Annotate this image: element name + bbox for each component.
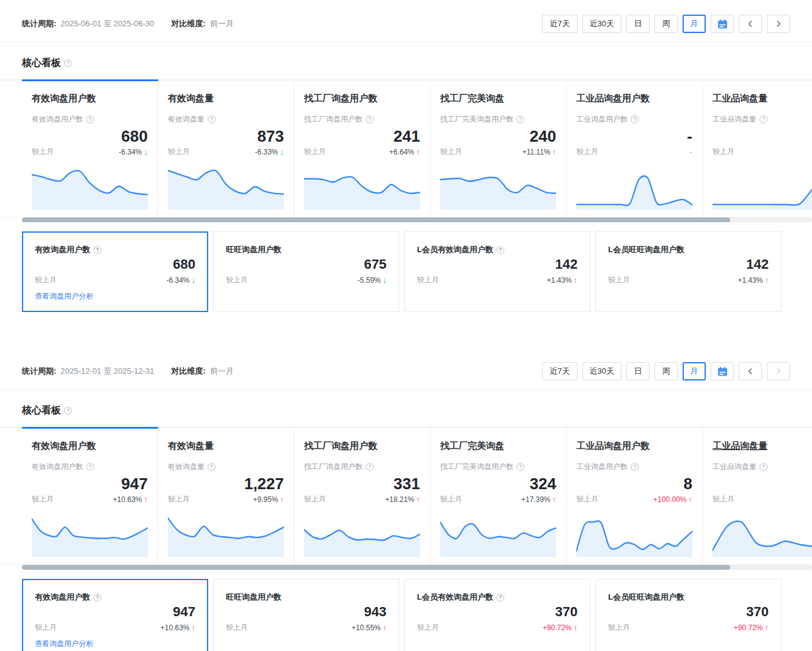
- metric-value: 241: [304, 127, 420, 145]
- metric-card[interactable]: 找工厂完美询盘 找工厂完美询盘用户数 ? 324 较上月 +17.39% ↑: [430, 427, 567, 564]
- metric-card[interactable]: 有效询盘量 有效询盘量 ? 1,227 较上月 +9.95% ↑: [158, 427, 294, 564]
- compare-row: 较上月 +6.64% ↑: [304, 147, 420, 157]
- help-icon[interactable]: ?: [208, 463, 216, 471]
- chevron-left-icon: [747, 20, 754, 27]
- range-button[interactable]: 近30天: [582, 362, 622, 380]
- help-icon[interactable]: ?: [517, 115, 524, 123]
- range-button[interactable]: 月: [683, 362, 706, 380]
- calendar-button[interactable]: [711, 15, 734, 33]
- range-button[interactable]: 月: [683, 15, 706, 33]
- summary-card[interactable]: L会员旺旺询盘用户数 370 较上月 +90.72% ↑: [595, 579, 781, 651]
- summary-title: 旺旺询盘用户数: [226, 244, 281, 255]
- summary-card[interactable]: L会员有效询盘用户数 ? 142 较上月 +1.43% ↑: [404, 231, 590, 312]
- sparkline-chart: [440, 511, 556, 557]
- sparkline-chart: [168, 511, 284, 557]
- metric-card[interactable]: 工业品询盘用户数 工业询盘用户数 ? 8 较上月 +100.00% ↑: [567, 427, 703, 564]
- help-icon[interactable]: ?: [496, 594, 504, 602]
- calendar-button[interactable]: [711, 362, 734, 380]
- help-icon[interactable]: ?: [496, 246, 504, 254]
- compare-label: 较上月: [226, 275, 248, 285]
- view-analysis-link[interactable]: 查看询盘用户分析: [35, 291, 195, 302]
- prev-period-button[interactable]: [739, 15, 762, 33]
- help-icon[interactable]: ?: [86, 463, 94, 471]
- metric-card[interactable]: 有效询盘用户数 有效询盘用户数 ? 947 较上月 +10.63% ↑: [22, 427, 158, 564]
- change-value: +10.55%: [352, 624, 381, 632]
- help-icon[interactable]: ?: [93, 594, 101, 602]
- help-icon[interactable]: ?: [759, 463, 767, 471]
- metric-title: 工业品询盘用户数: [576, 440, 692, 452]
- compare-row: 较上月 +10.63% ↑: [35, 622, 195, 633]
- summary-card[interactable]: 旺旺询盘用户数 675 较上月 -5.59% ↓: [213, 231, 399, 312]
- summary-card[interactable]: L会员旺旺询盘用户数 142 较上月 +1.43% ↑: [595, 231, 781, 312]
- compare-label: 较上月: [304, 494, 326, 504]
- metric-card[interactable]: 工业品询盘量 工业品询盘量 ? 较上月: [703, 427, 812, 564]
- help-icon[interactable]: ?: [208, 115, 216, 123]
- scrollbar-thumb[interactable]: [22, 565, 730, 570]
- summary-value: 370: [608, 604, 769, 620]
- metric-subtitle-row: 有效询盘量 ?: [168, 114, 284, 125]
- change-wrap: +6.64% ↑: [389, 147, 420, 156]
- trend-arrow-icon: ↑: [553, 495, 557, 504]
- metric-subtitle: 有效询盘量: [168, 114, 205, 125]
- metric-subtitle-row: 有效询盘用户数 ?: [32, 462, 148, 472]
- help-icon[interactable]: ?: [366, 463, 374, 471]
- next-period-button[interactable]: [767, 15, 790, 33]
- metric-card[interactable]: 工业品询盘量 工业品询盘量 ? 较上月: [703, 79, 812, 217]
- summary-card[interactable]: 旺旺询盘用户数 943 较上月 +10.55% ↑: [213, 579, 399, 651]
- metric-title: 找工厂询盘用户数: [304, 440, 420, 452]
- range-button[interactable]: 日: [626, 362, 650, 380]
- help-icon[interactable]: ?: [64, 407, 72, 415]
- panel-header: 核心看板 ?: [0, 390, 812, 424]
- summary-value: 675: [226, 256, 386, 272]
- range-button[interactable]: 周: [654, 362, 678, 380]
- metric-card[interactable]: 找工厂询盘用户数 找工厂询盘用户数 ? 331 较上月 +18.21% ↑: [294, 427, 430, 564]
- compare-label: 较上月: [168, 147, 190, 157]
- help-icon[interactable]: ?: [64, 59, 72, 67]
- chevron-left-icon: [747, 368, 754, 375]
- range-button[interactable]: 日: [626, 15, 650, 33]
- compare-row: 较上月 +9.95% ↑: [168, 494, 284, 504]
- metric-card[interactable]: 找工厂询盘用户数 找工厂询盘用户数 ? 241 较上月 +6.64% ↑: [294, 79, 430, 217]
- calendar-icon: [717, 366, 728, 377]
- prev-period-button[interactable]: [739, 362, 762, 380]
- summary-title-row: L会员有效询盘用户数 ?: [417, 592, 578, 603]
- help-icon[interactable]: ?: [93, 246, 101, 254]
- metric-cards-strip: 有效询盘用户数 有效询盘用户数 ? 680 较上月 -6.34% ↓ 有效询盘量…: [0, 79, 812, 217]
- metric-card[interactable]: 有效询盘量 有效询盘量 ? 873 较上月 -6.33% ↓: [158, 79, 294, 217]
- sparkline-chart: [304, 163, 420, 209]
- sparkline-chart: [712, 511, 812, 557]
- metric-card[interactable]: 找工厂完美询盘 找工厂完美询盘用户数 ? 240 较上月 +11.11% ↑: [430, 79, 567, 217]
- help-icon[interactable]: ?: [517, 463, 524, 471]
- help-icon[interactable]: ?: [759, 115, 767, 123]
- metric-subtitle: 有效询盘量: [168, 462, 205, 472]
- range-button[interactable]: 近7天: [542, 15, 577, 33]
- range-button[interactable]: 近30天: [582, 15, 622, 33]
- range-button[interactable]: 周: [654, 15, 678, 33]
- summary-card[interactable]: 有效询盘用户数 ? 680 较上月 -6.34% ↓ 查看询盘用户分析: [22, 231, 208, 312]
- summary-card[interactable]: 有效询盘用户数 ? 947 较上月 +10.63% ↑ 查看询盘用户分析: [22, 579, 208, 651]
- trend-arrow-icon: ↑: [574, 275, 578, 285]
- scrollbar-thumb[interactable]: [22, 217, 730, 222]
- metric-subtitle: 找工厂询盘用户数: [304, 114, 363, 125]
- help-icon[interactable]: ?: [86, 115, 94, 123]
- help-icon[interactable]: ?: [366, 115, 374, 123]
- help-icon[interactable]: ?: [631, 463, 639, 471]
- metric-card[interactable]: 工业品询盘用户数 工业询盘用户数 ? - 较上月 -: [567, 79, 703, 217]
- metric-value: 8: [576, 475, 692, 493]
- view-analysis-link[interactable]: 查看询盘用户分析: [35, 639, 195, 649]
- metric-title: 工业品询盘量: [712, 93, 812, 104]
- help-icon[interactable]: ?: [631, 115, 639, 123]
- compare-label: 较上月: [35, 622, 57, 633]
- metric-title: 有效询盘用户数: [32, 93, 148, 104]
- range-button[interactable]: 近7天: [542, 362, 577, 380]
- summary-card[interactable]: L会员有效询盘用户数 ? 370 较上月 +90.72% ↑: [404, 579, 590, 651]
- h-scrollbar[interactable]: [22, 217, 812, 222]
- compare-label: 较上月: [168, 494, 190, 504]
- metric-card[interactable]: 有效询盘用户数 有效询盘用户数 ? 680 较上月 -6.34% ↓: [22, 79, 158, 217]
- compare-dim-label: 对比维度:: [172, 18, 206, 29]
- h-scrollbar[interactable]: [22, 565, 812, 570]
- change-value: -6.34%: [118, 148, 142, 156]
- compare-label: 较上月: [417, 275, 439, 285]
- period-label: 统计周期:: [22, 366, 56, 377]
- compare-row: 较上月 +17.39% ↑: [440, 494, 556, 504]
